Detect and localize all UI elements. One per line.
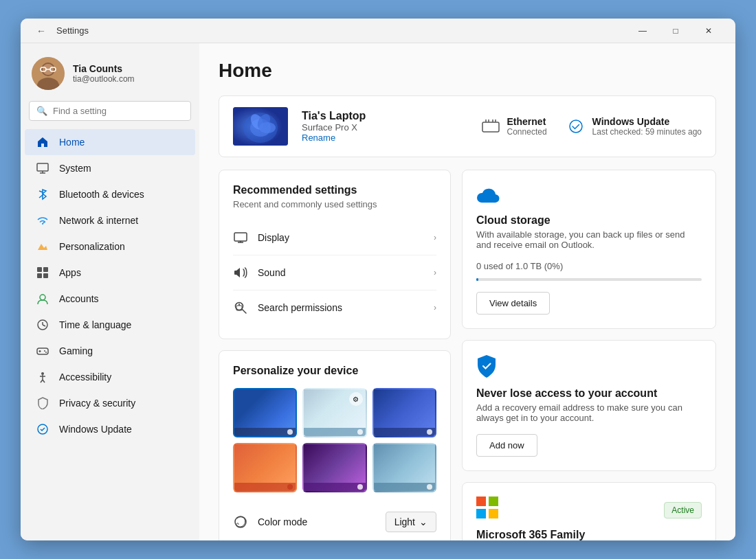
storage-bar-fill <box>476 278 478 281</box>
device-status: Ethernet Connected Windows Update <box>481 116 702 137</box>
wallpaper-3[interactable] <box>373 388 436 437</box>
search-input[interactable] <box>53 106 184 116</box>
chevron-down-icon: ⌄ <box>419 516 427 527</box>
wallpaper-4[interactable] <box>233 443 297 492</box>
apps-icon <box>36 266 49 280</box>
sidebar-label-bluetooth: Bluetooth & devices <box>59 189 144 200</box>
sidebar-item-accessibility[interactable]: Accessibility <box>25 364 195 390</box>
sidebar-item-system[interactable]: System <box>25 155 195 181</box>
sound-setting[interactable]: Sound › <box>233 255 436 290</box>
display-icon <box>233 230 248 245</box>
svg-line-20 <box>43 325 45 326</box>
sidebar-item-gaming[interactable]: Gaming <box>25 338 195 364</box>
sound-label: Sound <box>258 267 424 278</box>
back-button[interactable]: ← <box>32 21 51 41</box>
wallpaper-6[interactable] <box>373 443 436 492</box>
sidebar-label-privacy: Privacy & security <box>59 398 135 409</box>
color-mode-select[interactable]: Light ⌄ <box>386 512 436 532</box>
update-sub: Last checked: 59 minutes ago <box>592 127 702 137</box>
sidebar-label-apps: Apps <box>59 267 81 278</box>
recommended-subtitle: Recent and commonly used settings <box>233 199 436 209</box>
titlebar-controls: — □ ✕ <box>627 20 724 42</box>
network-icon <box>36 214 49 227</box>
sound-icon <box>233 265 248 280</box>
svg-point-24 <box>44 350 45 352</box>
device-rename-link[interactable]: Rename <box>302 133 467 143</box>
system-icon <box>36 161 49 175</box>
m365-icon <box>476 497 498 523</box>
taskbar-1 <box>234 428 296 436</box>
sidebar-item-personalization[interactable]: Personalization <box>25 233 195 260</box>
sidebar-item-time[interactable]: Time & language <box>25 312 195 338</box>
view-details-button[interactable]: View details <box>476 292 550 315</box>
ethernet-sub: Connected <box>507 127 547 137</box>
display-setting[interactable]: Display › <box>233 220 436 255</box>
display-chevron: › <box>434 233 436 242</box>
ethernet-status: Ethernet Connected <box>481 116 547 137</box>
storage-bar <box>476 278 702 281</box>
device-name: Tia's Laptop <box>302 110 467 122</box>
svg-point-25 <box>45 352 47 353</box>
taskbar-dot-6 <box>427 484 432 490</box>
close-button[interactable]: ✕ <box>693 20 724 42</box>
svg-rect-13 <box>37 267 42 272</box>
gaming-icon <box>36 344 49 358</box>
sidebar-item-home[interactable]: Home <box>25 129 195 155</box>
update-icon <box>566 117 586 136</box>
m365-card: Active Microsoft 365 Family You have 1 T… <box>462 482 716 540</box>
sidebar-item-apps[interactable]: Apps <box>25 260 195 286</box>
accounts-icon <box>36 292 49 306</box>
accessibility-icon <box>36 370 49 384</box>
wallpaper-5[interactable] <box>302 443 366 492</box>
m365-badge: Active <box>664 502 702 518</box>
minimize-button[interactable]: — <box>627 20 658 42</box>
titlebar-title: Settings <box>56 25 89 36</box>
windowsupdate-icon <box>36 422 49 436</box>
update-info: Windows Update Last checked: 59 minutes … <box>592 116 702 137</box>
add-now-button[interactable]: Add now <box>476 434 537 457</box>
storage-used-text: 0 used of 1.0 TB (0%) <box>476 261 702 271</box>
recommended-card: Recommended settings Recent and commonly… <box>219 170 451 339</box>
personalize-card: Personalize your device ⚙ <box>219 350 451 540</box>
m365-header: Active <box>476 497 702 523</box>
ethernet-label: Ethernet <box>507 116 547 127</box>
sidebar-label-personalization: Personalization <box>59 241 125 252</box>
taskbar-3 <box>374 428 435 436</box>
sidebar-item-windowsupdate[interactable]: Windows Update <box>25 416 195 442</box>
sidebar-item-privacy[interactable]: Privacy & security <box>25 390 195 416</box>
svg-rect-15 <box>37 273 42 278</box>
user-profile[interactable]: Tia Counts tia@outlook.com <box>21 52 199 101</box>
account-security-title: Never lose access to your account <box>476 387 702 400</box>
color-mode-row: Color mode Light ⌄ <box>233 503 436 540</box>
left-column: Recommended settings Recent and commonly… <box>219 170 451 540</box>
sidebar-item-network[interactable]: Network & internet <box>25 207 195 233</box>
search-box[interactable]: 🔍 <box>29 101 191 121</box>
sidebar-item-accounts[interactable]: Accounts <box>25 286 195 312</box>
sidebar-label-home: Home <box>59 137 85 148</box>
device-info: Tia's Laptop Surface Pro X Rename <box>302 110 467 143</box>
sidebar-label-accounts: Accounts <box>59 293 99 304</box>
svg-line-30 <box>43 380 45 383</box>
page-title: Home <box>219 60 716 82</box>
svg-point-26 <box>41 372 44 375</box>
color-mode-label: Color mode <box>258 516 376 527</box>
avatar <box>32 57 65 90</box>
wallpaper-2[interactable]: ⚙ <box>302 388 366 437</box>
svg-rect-38 <box>482 122 499 132</box>
maximize-button[interactable]: □ <box>660 20 691 42</box>
user-name: Tia Counts <box>73 63 135 74</box>
sidebar-item-bluetooth[interactable]: Bluetooth & devices <box>25 181 195 207</box>
display-label: Display <box>258 232 424 243</box>
ethernet-icon <box>481 117 500 136</box>
sidebar: Tia Counts tia@outlook.com 🔍 Home <box>21 43 199 540</box>
svg-rect-55 <box>476 509 486 518</box>
user-info: Tia Counts tia@outlook.com <box>73 63 135 84</box>
personalize-title: Personalize your device <box>233 365 436 377</box>
search-setting[interactable]: Search permissions › <box>233 290 436 325</box>
sidebar-label-windowsupdate: Windows Update <box>59 424 132 435</box>
account-security-card: Never lose access to your account Add a … <box>462 340 716 471</box>
taskbar-dot-2 <box>357 429 363 435</box>
shield-icon <box>476 354 702 382</box>
svg-point-12 <box>42 223 43 225</box>
wallpaper-1[interactable] <box>233 388 297 437</box>
